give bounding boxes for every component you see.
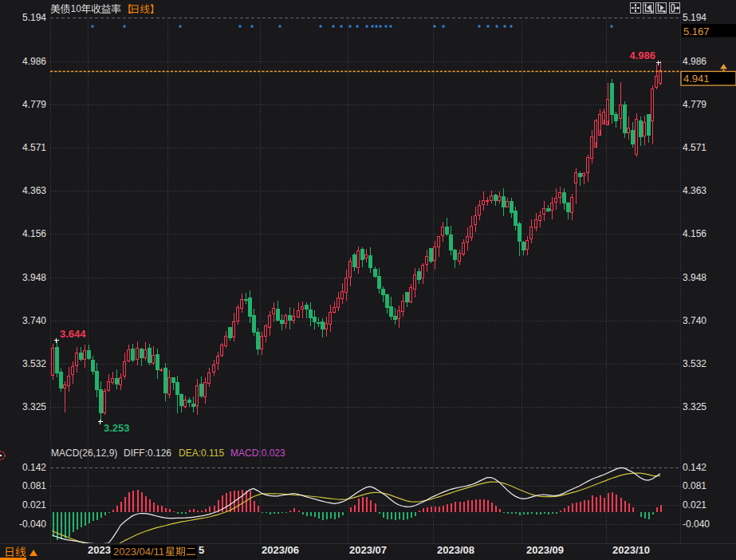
svg-text:4.779: 4.779 — [683, 99, 706, 110]
svg-text:3.948: 3.948 — [22, 272, 46, 283]
svg-text:0.021: 0.021 — [22, 499, 46, 511]
svg-text:MACD:0.023: MACD:0.023 — [230, 448, 285, 459]
svg-text:2023/06: 2023/06 — [262, 544, 299, 556]
svg-text:4.779: 4.779 — [22, 99, 46, 110]
svg-text:4.986: 4.986 — [683, 56, 706, 67]
svg-text:2023/04/11: 2023/04/11 — [113, 546, 164, 558]
svg-text:0.142: 0.142 — [683, 462, 706, 473]
svg-text:-0.040: -0.040 — [683, 519, 710, 530]
svg-text:MACD(26,12,9): MACD(26,12,9) — [51, 448, 117, 459]
svg-text:3.532: 3.532 — [683, 358, 706, 369]
svg-text:4.986: 4.986 — [22, 56, 46, 67]
svg-text:4.156: 4.156 — [22, 228, 46, 239]
svg-text:4.363: 4.363 — [22, 185, 46, 196]
svg-text:2023/10: 2023/10 — [612, 544, 650, 556]
svg-text:4.941: 4.941 — [683, 73, 710, 85]
svg-text:3.740: 3.740 — [683, 315, 706, 326]
svg-text:3.325: 3.325 — [22, 401, 46, 412]
svg-text:0.081: 0.081 — [22, 480, 46, 491]
svg-text:3.532: 3.532 — [22, 358, 46, 369]
svg-text:3.644: 3.644 — [60, 328, 86, 340]
svg-text:3.253: 3.253 — [104, 422, 130, 434]
svg-text:4.363: 4.363 — [683, 185, 706, 196]
svg-text:2023/07: 2023/07 — [349, 544, 387, 556]
svg-text:4.571: 4.571 — [22, 142, 46, 153]
svg-text:0.081: 0.081 — [683, 480, 706, 491]
svg-text:4.156: 4.156 — [683, 228, 706, 239]
svg-text:5: 5 — [199, 544, 204, 556]
svg-text:2023/08: 2023/08 — [437, 544, 474, 556]
svg-text:3.325: 3.325 — [683, 401, 706, 412]
svg-text:0.021: 0.021 — [683, 499, 706, 511]
svg-text:5.194: 5.194 — [683, 12, 706, 23]
svg-text:4.986: 4.986 — [629, 49, 655, 61]
svg-text:3.948: 3.948 — [683, 272, 706, 283]
svg-text:4.571: 4.571 — [683, 142, 706, 153]
svg-text:3.740: 3.740 — [22, 315, 46, 326]
svg-text:DIFF:0.126: DIFF:0.126 — [124, 448, 171, 459]
svg-text:2023: 2023 — [88, 544, 111, 556]
svg-text:-0.040: -0.040 — [19, 519, 46, 530]
svg-text:DEA:0.115: DEA:0.115 — [179, 448, 224, 459]
svg-text:5.167: 5.167 — [683, 26, 710, 37]
svg-text:10: 10 — [71, 3, 82, 14]
svg-text:5.194: 5.194 — [22, 12, 46, 23]
svg-text:0.142: 0.142 — [22, 462, 46, 473]
svg-text:2023/09: 2023/09 — [526, 544, 564, 556]
